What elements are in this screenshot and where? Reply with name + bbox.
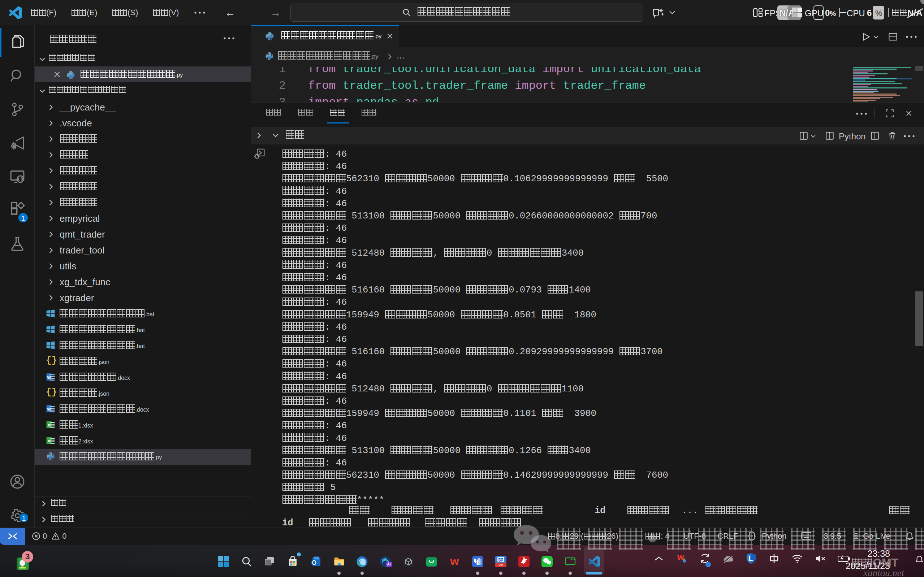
svg-text:w: w bbox=[47, 375, 51, 380]
svg-text:QMT: QMT bbox=[498, 560, 503, 562]
svg-text:x: x bbox=[48, 422, 50, 427]
svg-text:w: w bbox=[47, 406, 51, 412]
svg-text:x: x bbox=[48, 438, 50, 443]
svg-text:VIP: VIP bbox=[498, 564, 503, 567]
